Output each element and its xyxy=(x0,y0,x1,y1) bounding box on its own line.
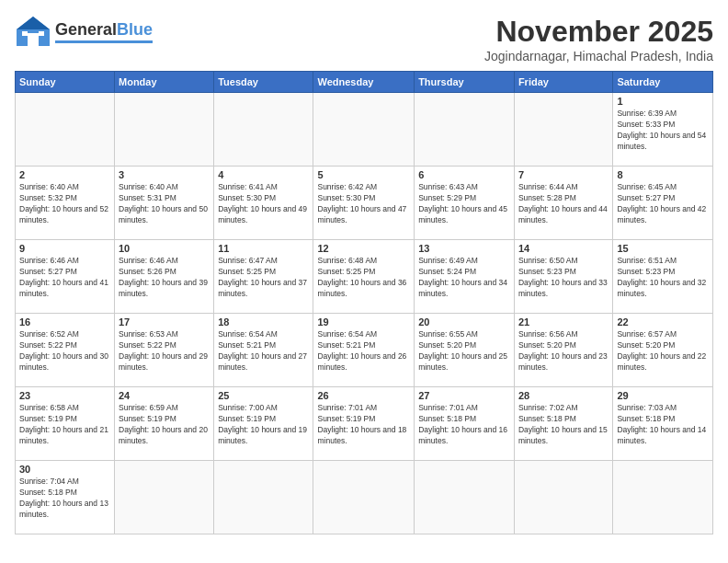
day-number: 11 xyxy=(218,243,309,254)
day-cell: 17Sunrise: 6:53 AMSunset: 5:22 PMDayligh… xyxy=(115,314,214,387)
day-detail: Sunrise: 6:46 AMSunset: 5:26 PMDaylight:… xyxy=(119,256,210,300)
day-detail: Sunrise: 6:57 AMSunset: 5:20 PMDaylight:… xyxy=(617,329,709,373)
day-cell: 11Sunrise: 6:47 AMSunset: 5:25 PMDayligh… xyxy=(214,240,313,314)
day-number: 16 xyxy=(19,316,110,327)
svg-rect-2 xyxy=(28,33,39,46)
day-number: 29 xyxy=(617,390,709,401)
day-cell: 14Sunrise: 6:50 AMSunset: 5:23 PMDayligh… xyxy=(514,240,612,314)
svg-marker-1 xyxy=(17,17,50,29)
day-detail: Sunrise: 7:01 AMSunset: 5:18 PMDaylight:… xyxy=(418,403,510,447)
weekday-header-thursday: Thursday xyxy=(415,72,515,93)
day-detail: Sunrise: 6:39 AMSunset: 5:33 PMDaylight:… xyxy=(617,109,709,153)
day-number: 12 xyxy=(317,243,410,254)
day-detail: Sunrise: 6:58 AMSunset: 5:19 PMDaylight:… xyxy=(19,403,110,447)
day-detail: Sunrise: 7:00 AMSunset: 5:19 PMDaylight:… xyxy=(218,403,309,447)
day-detail: Sunrise: 6:52 AMSunset: 5:22 PMDaylight:… xyxy=(19,329,110,373)
weekday-header-saturday: Saturday xyxy=(613,72,713,93)
day-detail: Sunrise: 6:59 AMSunset: 5:19 PMDaylight:… xyxy=(119,403,210,447)
day-cell xyxy=(613,461,713,534)
weekday-header-row: SundayMondayTuesdayWednesdayThursdayFrid… xyxy=(16,72,713,93)
day-number: 5 xyxy=(317,169,410,180)
day-cell: 28Sunrise: 7:02 AMSunset: 5:18 PMDayligh… xyxy=(514,387,612,461)
day-cell: 12Sunrise: 6:48 AMSunset: 5:25 PMDayligh… xyxy=(313,240,415,314)
day-cell: 9Sunrise: 6:46 AMSunset: 5:27 PMDaylight… xyxy=(16,240,115,314)
day-detail: Sunrise: 6:40 AMSunset: 5:31 PMDaylight:… xyxy=(119,182,210,226)
day-cell xyxy=(115,461,214,534)
day-number: 14 xyxy=(518,243,609,254)
day-detail: Sunrise: 7:03 AMSunset: 5:18 PMDaylight:… xyxy=(617,403,709,447)
page-header: GeneralBlue November 2025 Jogindarnagar,… xyxy=(15,15,713,63)
day-detail: Sunrise: 6:56 AMSunset: 5:20 PMDaylight:… xyxy=(518,329,609,373)
day-cell xyxy=(313,93,415,167)
weekday-header-wednesday: Wednesday xyxy=(313,72,415,93)
day-cell: 10Sunrise: 6:46 AMSunset: 5:26 PMDayligh… xyxy=(115,240,214,314)
calendar-table: SundayMondayTuesdayWednesdayThursdayFrid… xyxy=(15,71,713,534)
logo-text: GeneralBlue xyxy=(55,20,153,40)
day-detail: Sunrise: 6:49 AMSunset: 5:24 PMDaylight:… xyxy=(418,256,510,300)
day-cell: 15Sunrise: 6:51 AMSunset: 5:23 PMDayligh… xyxy=(613,240,713,314)
day-detail: Sunrise: 6:42 AMSunset: 5:30 PMDaylight:… xyxy=(317,182,410,226)
day-detail: Sunrise: 6:55 AMSunset: 5:20 PMDaylight:… xyxy=(418,329,510,373)
day-detail: Sunrise: 6:54 AMSunset: 5:21 PMDaylight:… xyxy=(317,329,410,373)
day-cell: 6Sunrise: 6:43 AMSunset: 5:29 PMDaylight… xyxy=(415,167,515,240)
day-detail: Sunrise: 6:53 AMSunset: 5:22 PMDaylight:… xyxy=(119,329,210,373)
day-cell xyxy=(214,93,313,167)
day-number: 8 xyxy=(617,169,709,180)
day-number: 6 xyxy=(418,169,510,180)
day-number: 19 xyxy=(317,316,410,327)
day-number: 17 xyxy=(119,316,210,327)
day-detail: Sunrise: 6:41 AMSunset: 5:30 PMDaylight:… xyxy=(218,182,309,226)
day-detail: Sunrise: 6:51 AMSunset: 5:23 PMDaylight:… xyxy=(617,256,709,300)
day-cell: 2Sunrise: 6:40 AMSunset: 5:32 PMDaylight… xyxy=(16,167,115,240)
day-detail: Sunrise: 6:45 AMSunset: 5:27 PMDaylight:… xyxy=(617,182,709,226)
day-cell: 19Sunrise: 6:54 AMSunset: 5:21 PMDayligh… xyxy=(313,314,415,387)
day-number: 22 xyxy=(617,316,709,327)
day-cell xyxy=(514,461,612,534)
day-cell xyxy=(313,461,415,534)
day-cell xyxy=(415,461,515,534)
day-cell: 3Sunrise: 6:40 AMSunset: 5:31 PMDaylight… xyxy=(115,167,214,240)
day-number: 1 xyxy=(617,96,709,107)
day-number: 28 xyxy=(518,390,609,401)
day-detail: Sunrise: 6:43 AMSunset: 5:29 PMDaylight:… xyxy=(418,182,510,226)
title-block: November 2025 Jogindarnagar, Himachal Pr… xyxy=(484,15,713,63)
day-detail: Sunrise: 7:02 AMSunset: 5:18 PMDaylight:… xyxy=(518,403,609,447)
week-row-0: 1Sunrise: 6:39 AMSunset: 5:33 PMDaylight… xyxy=(16,93,713,167)
day-number: 20 xyxy=(418,316,510,327)
day-cell: 27Sunrise: 7:01 AMSunset: 5:18 PMDayligh… xyxy=(415,387,515,461)
day-number: 2 xyxy=(19,169,110,180)
day-cell xyxy=(16,93,115,167)
day-cell xyxy=(115,93,214,167)
day-cell: 24Sunrise: 6:59 AMSunset: 5:19 PMDayligh… xyxy=(115,387,214,461)
weekday-header-monday: Monday xyxy=(115,72,214,93)
day-cell xyxy=(415,93,515,167)
day-detail: Sunrise: 7:04 AMSunset: 5:18 PMDaylight:… xyxy=(19,477,110,521)
day-number: 26 xyxy=(317,390,410,401)
location: Jogindarnagar, Himachal Pradesh, India xyxy=(484,49,713,63)
day-number: 4 xyxy=(218,169,309,180)
day-cell: 26Sunrise: 7:01 AMSunset: 5:19 PMDayligh… xyxy=(313,387,415,461)
day-detail: Sunrise: 6:46 AMSunset: 5:27 PMDaylight:… xyxy=(19,256,110,300)
day-cell: 4Sunrise: 6:41 AMSunset: 5:30 PMDaylight… xyxy=(214,167,313,240)
day-cell: 20Sunrise: 6:55 AMSunset: 5:20 PMDayligh… xyxy=(415,314,515,387)
day-cell: 16Sunrise: 6:52 AMSunset: 5:22 PMDayligh… xyxy=(16,314,115,387)
weekday-header-sunday: Sunday xyxy=(16,72,115,93)
weekday-header-friday: Friday xyxy=(514,72,612,93)
day-cell xyxy=(214,461,313,534)
week-row-2: 9Sunrise: 6:46 AMSunset: 5:27 PMDaylight… xyxy=(16,240,713,314)
day-cell: 8Sunrise: 6:45 AMSunset: 5:27 PMDaylight… xyxy=(613,167,713,240)
svg-rect-4 xyxy=(39,31,44,36)
day-cell: 5Sunrise: 6:42 AMSunset: 5:30 PMDaylight… xyxy=(313,167,415,240)
day-detail: Sunrise: 7:01 AMSunset: 5:19 PMDaylight:… xyxy=(317,403,410,447)
day-cell xyxy=(514,93,612,167)
day-detail: Sunrise: 6:44 AMSunset: 5:28 PMDaylight:… xyxy=(518,182,609,226)
day-cell: 22Sunrise: 6:57 AMSunset: 5:20 PMDayligh… xyxy=(613,314,713,387)
month-title: November 2025 xyxy=(484,15,713,49)
day-cell: 1Sunrise: 6:39 AMSunset: 5:33 PMDaylight… xyxy=(613,93,713,167)
day-detail: Sunrise: 6:40 AMSunset: 5:32 PMDaylight:… xyxy=(19,182,110,226)
svg-rect-3 xyxy=(22,31,28,36)
logo-icon xyxy=(15,15,51,48)
day-cell: 23Sunrise: 6:58 AMSunset: 5:19 PMDayligh… xyxy=(16,387,115,461)
day-cell: 21Sunrise: 6:56 AMSunset: 5:20 PMDayligh… xyxy=(514,314,612,387)
day-number: 15 xyxy=(617,243,709,254)
